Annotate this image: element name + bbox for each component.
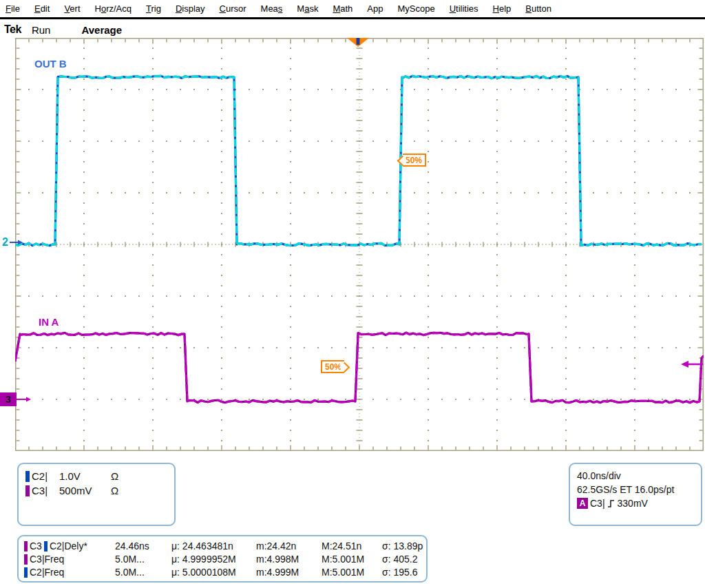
meas-color-swatch <box>24 541 28 552</box>
channel-coupling: Ω <box>111 470 118 482</box>
menu-item-myscope[interactable]: MyScope <box>398 3 435 14</box>
channel-scale: 1.0V <box>59 470 111 482</box>
timebase-readout: 40.0ns/div <box>577 469 701 483</box>
menu-item-vert[interactable]: Vert <box>64 3 80 14</box>
trigger-source: C3| <box>590 496 605 510</box>
menu-item-utilities[interactable]: Utilities <box>450 3 478 14</box>
channel-readout-row[interactable]: C3|500mVΩ <box>25 483 174 498</box>
menu-item-mask[interactable]: Mask <box>297 3 318 14</box>
pct-flag-label: 50% <box>406 156 422 165</box>
meas-source: C3|Freq <box>30 554 64 565</box>
meas-value: 24.46ns <box>115 540 149 552</box>
meas-value: 5.0M... <box>115 554 145 565</box>
menu-item-trig[interactable]: Trig <box>146 3 161 14</box>
meas-max: M:5.001M <box>322 567 364 578</box>
channel-name: C2| <box>32 470 59 482</box>
menu-bar: FileEditVertHorz/AcqTrigDisplayCursorMea… <box>0 0 705 19</box>
menu-item-app[interactable]: App <box>367 3 383 14</box>
measurement-readout-box[interactable]: C3C2|Dely*24.46nsμ: 24.463481nm:24.42nM:… <box>17 535 428 582</box>
trigger-level: 330mV <box>618 496 648 510</box>
meas-stddev: σ: 195.6 <box>382 567 417 578</box>
channel-name: C3| <box>32 485 59 496</box>
meas-min: m:4.999M <box>256 567 299 578</box>
channel3-ground-marker[interactable]: 3 <box>0 392 32 406</box>
channel-color-swatch <box>25 485 30 496</box>
meas-label: C2|Freq <box>24 567 64 578</box>
menu-item-edit[interactable]: Edit <box>34 3 50 14</box>
meas-color-swatch <box>24 567 28 578</box>
menu-item-horzacq[interactable]: Horz/Acq <box>95 3 131 14</box>
meas-stddev: σ: 13.89p <box>382 540 423 552</box>
channel3-ref-number: 3 <box>0 392 17 406</box>
measurement-row: C3C2|Dely*24.46nsμ: 24.463481nm:24.42nM:… <box>19 540 426 554</box>
tek-logo: Tek <box>4 23 21 36</box>
meas-min: m:4.998M <box>256 554 299 565</box>
meas-color-swatch <box>44 541 48 552</box>
channel-color-swatch <box>25 471 30 482</box>
channel-scale: 500mV <box>59 485 111 496</box>
meas-stddev: σ: 405.2 <box>382 554 417 565</box>
channel2-trigger-50pct-flag[interactable]: 50% <box>403 154 426 167</box>
c3-trace <box>15 333 704 402</box>
channel-readout-row[interactable]: C2|1.0VΩ <box>25 469 174 483</box>
meas-mean: μ: 5.0000108M <box>171 567 236 578</box>
channel2-ref-number: 2 <box>2 236 8 249</box>
right-arrow-icon <box>8 239 23 246</box>
menu-item-display[interactable]: Display <box>176 3 205 14</box>
meas-label: C3|Freq <box>24 554 64 565</box>
meas-max: M:5.001M <box>322 554 364 565</box>
menu-item-cursor[interactable]: Cursor <box>220 3 246 14</box>
menu-item-math[interactable]: Math <box>333 3 352 14</box>
measurement-row: C2|Freq5.0M...μ: 5.0000108Mm:4.999MM:5.0… <box>19 567 426 580</box>
rising-edge-icon <box>607 498 615 508</box>
channel2-wave-label: OUT B <box>34 58 67 70</box>
meas-max: M:24.51n <box>322 540 361 552</box>
channel2-reference-marker[interactable]: 2 <box>2 236 23 249</box>
meas-label: C3C2|Dely* <box>24 540 87 552</box>
trigger-level-arrow-icon[interactable] <box>680 359 704 371</box>
graticule <box>15 38 704 451</box>
c2-trace-fleck <box>15 76 702 245</box>
trigger-a-badge: A <box>577 498 588 509</box>
channel3-trigger-50pct-flag[interactable]: 50% <box>321 360 344 373</box>
menu-item-help[interactable]: Help <box>493 3 512 14</box>
meas-source: C2|Dely* <box>50 540 87 552</box>
sample-rate-readout: 62.5GS/s ET 16.0ps/pt <box>577 483 701 496</box>
meas-source: C2|Freq <box>30 567 64 578</box>
c2-trace <box>15 76 702 245</box>
meas-color-swatch <box>24 554 28 565</box>
channel-readout-box[interactable]: C2|1.0VΩC3|500mVΩ <box>17 463 176 526</box>
c3-trace-fleck <box>15 333 704 402</box>
menu-item-button[interactable]: Button <box>525 3 551 14</box>
acquisition-state: Run <box>32 24 51 36</box>
channel-coupling: Ω <box>111 485 118 496</box>
acquisition-mode: Average <box>81 24 122 36</box>
horizontal-trigger-readout-box[interactable]: 40.0ns/div 62.5GS/s ET 16.0ps/pt A C3| 3… <box>569 463 702 526</box>
trigger-readout: A C3| 330mV <box>577 496 701 510</box>
menu-item-file[interactable]: File <box>6 3 20 14</box>
channel3-wave-label: IN A <box>39 316 59 328</box>
status-bar: Tek Run Average <box>0 22 705 37</box>
meas-value: 5.0M... <box>115 567 145 578</box>
meas-source: C3 <box>30 540 42 552</box>
meas-mean: μ: 24.463481n <box>171 540 233 552</box>
right-arrow-icon <box>17 396 32 403</box>
measurement-row: C3|Freq5.0M...μ: 4.9999952Mm:4.998MM:5.0… <box>19 554 426 567</box>
meas-mean: μ: 4.9999952M <box>171 554 236 565</box>
menu-item-meas[interactable]: Meas <box>261 3 283 14</box>
meas-min: m:24.42n <box>256 540 296 552</box>
